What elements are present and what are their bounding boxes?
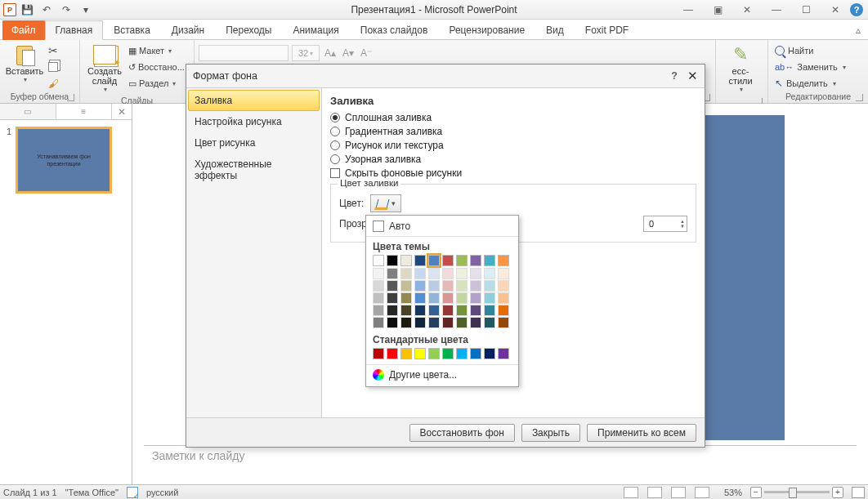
tab-foxit[interactable]: Foxit PDF: [575, 20, 639, 40]
dialog-help-icon[interactable]: ?: [671, 70, 678, 82]
theme-swatch[interactable]: [428, 255, 440, 266]
shade-swatch[interactable]: [484, 280, 495, 292]
shade-swatch[interactable]: [456, 280, 468, 292]
standard-swatch[interactable]: [428, 348, 440, 359]
apply-all-button[interactable]: Применить ко всем: [587, 424, 696, 442]
shade-swatch[interactable]: [373, 292, 384, 304]
clear-format-icon[interactable]: A⁻: [359, 46, 374, 60]
shade-swatch[interactable]: [456, 292, 468, 304]
sidebar-item-effects[interactable]: Художественные эффекты: [188, 154, 320, 186]
shade-swatch[interactable]: [387, 268, 398, 279]
standard-swatch[interactable]: [470, 348, 481, 359]
standard-swatch[interactable]: [498, 348, 509, 359]
shade-swatch[interactable]: [400, 317, 412, 328]
section-button[interactable]: ▭Раздел: [125, 76, 188, 91]
tab-insert[interactable]: Вставка: [103, 20, 161, 40]
app-icon[interactable]: P: [3, 3, 16, 16]
theme-swatch[interactable]: [442, 255, 454, 266]
sidebar-item-picture[interactable]: Настройка рисунка: [188, 111, 320, 132]
standard-swatch[interactable]: [414, 348, 426, 359]
standard-swatch[interactable]: [484, 348, 495, 359]
grow-font-icon[interactable]: A▴: [323, 46, 338, 60]
shade-swatch[interactable]: [498, 292, 509, 304]
shade-swatch[interactable]: [400, 292, 412, 304]
shade-swatch[interactable]: [498, 317, 509, 328]
theme-swatch[interactable]: [470, 255, 481, 266]
shade-swatch[interactable]: [400, 280, 412, 292]
transparency-spinner[interactable]: 0▲▼: [643, 216, 687, 232]
select-button[interactable]: ↖Выделить: [772, 76, 848, 91]
shade-swatch[interactable]: [387, 317, 398, 328]
shade-swatch[interactable]: [428, 317, 440, 328]
shade-swatch[interactable]: [442, 280, 454, 292]
qat-more[interactable]: ▾: [77, 2, 95, 18]
radio-pattern[interactable]: Узорная заливка: [330, 154, 696, 165]
view-slideshow-icon[interactable]: [695, 487, 709, 498]
shade-swatch[interactable]: [442, 292, 454, 304]
mdi-restore-icon[interactable]: ▣: [703, 1, 732, 19]
tab-slideshow[interactable]: Показ слайдов: [350, 20, 439, 40]
shade-swatch[interactable]: [428, 268, 440, 279]
theme-swatch[interactable]: [400, 255, 412, 266]
color-auto[interactable]: Авто: [366, 218, 518, 234]
find-button[interactable]: Найти: [772, 43, 848, 58]
shade-swatch[interactable]: [414, 280, 426, 292]
shade-swatch[interactable]: [484, 305, 495, 316]
zoom-label[interactable]: 53%: [724, 488, 742, 497]
layout-button[interactable]: ▦Макет: [125, 43, 188, 58]
shade-swatch[interactable]: [470, 317, 481, 328]
shade-swatch[interactable]: [373, 268, 384, 279]
standard-swatch[interactable]: [400, 348, 412, 359]
color-picker-button[interactable]: [370, 194, 401, 212]
thumb-tab-outline[interactable]: ≡: [56, 104, 113, 119]
qat-undo[interactable]: ↶: [38, 2, 56, 18]
font-size[interactable]: 32: [292, 45, 320, 61]
shade-swatch[interactable]: [498, 268, 509, 279]
fit-to-window-icon[interactable]: [852, 487, 865, 498]
theme-swatch[interactable]: [414, 255, 426, 266]
close-button[interactable]: Закрыть: [521, 424, 580, 442]
mdi-close-icon[interactable]: ✕: [732, 1, 762, 19]
shade-swatch[interactable]: [414, 268, 426, 279]
standard-swatch[interactable]: [387, 348, 398, 359]
win-close-icon[interactable]: ✕: [821, 1, 850, 19]
shade-swatch[interactable]: [428, 280, 440, 292]
tab-review[interactable]: Рецензирование: [438, 20, 535, 40]
shade-swatch[interactable]: [442, 317, 454, 328]
cut-button[interactable]: ✂: [45, 43, 62, 58]
copy-button[interactable]: [45, 60, 62, 74]
theme-swatch[interactable]: [373, 255, 384, 266]
ribbon-collapse-icon[interactable]: ▵: [848, 21, 868, 39]
theme-swatch[interactable]: [484, 255, 495, 266]
paste-button[interactable]: Вставить: [4, 42, 45, 85]
mdi-minimize-icon[interactable]: —: [673, 1, 703, 19]
standard-swatch[interactable]: [373, 348, 384, 359]
dialog-close-icon[interactable]: ✕: [687, 69, 698, 83]
shade-swatch[interactable]: [470, 280, 481, 292]
shade-swatch[interactable]: [400, 305, 412, 316]
thumb-close-icon[interactable]: ✕: [112, 104, 132, 119]
shade-swatch[interactable]: [470, 305, 481, 316]
win-restore-icon[interactable]: ☐: [791, 1, 821, 19]
radio-gradient[interactable]: Градиентная заливка: [330, 126, 696, 137]
restore-button[interactable]: ↺Восстано...: [125, 60, 188, 74]
new-slide-button[interactable]: Создать слайд: [84, 42, 125, 95]
restore-bg-button[interactable]: Восстановить фон: [409, 424, 515, 442]
shade-swatch[interactable]: [484, 292, 495, 304]
tab-transitions[interactable]: Переходы: [215, 20, 282, 40]
shade-swatch[interactable]: [498, 280, 509, 292]
win-minimize-icon[interactable]: —: [762, 1, 791, 19]
qat-redo[interactable]: ↷: [57, 2, 75, 18]
notes-pane[interactable]: Заметки к слайду: [144, 445, 857, 484]
tab-animation[interactable]: Анимация: [282, 20, 349, 40]
shade-swatch[interactable]: [484, 268, 495, 279]
shade-swatch[interactable]: [456, 305, 468, 316]
tab-design[interactable]: Дизайн: [161, 20, 215, 40]
shade-swatch[interactable]: [373, 280, 384, 292]
slide-thumbnail-1[interactable]: 1 Устанавливаем фон презентации: [7, 127, 125, 194]
sidebar-item-fill[interactable]: Заливка: [188, 90, 320, 111]
spin-down-icon[interactable]: ▼: [680, 224, 685, 229]
tab-home[interactable]: Главная: [45, 20, 104, 40]
radio-picture[interactable]: Рисунок или текстура: [330, 140, 696, 151]
replace-button[interactable]: ab↔Заменить: [772, 60, 848, 74]
